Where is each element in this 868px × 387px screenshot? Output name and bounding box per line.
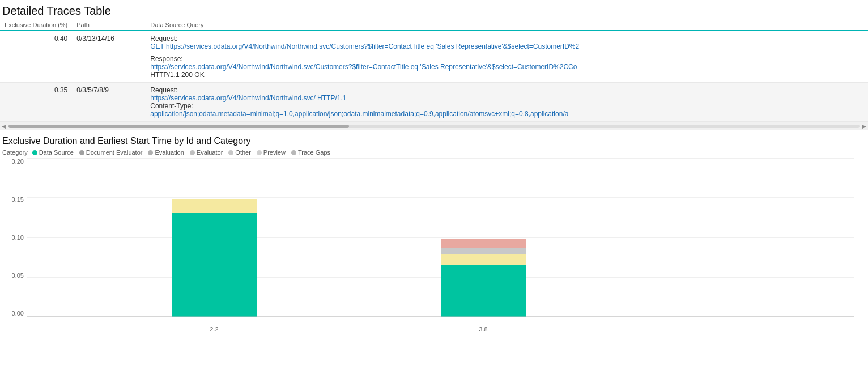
- col-duration: Exclusive Duration (%): [0, 20, 72, 31]
- table-scrollbar[interactable]: ◀ ▶: [0, 122, 868, 130]
- cell-path-2: 0/3/5/7/8/9: [72, 83, 146, 122]
- request-url-2: https://services.odata.org/V4/Northwind/…: [150, 94, 346, 102]
- response-url-1: https://services.odata.org/V4/Northwind/…: [150, 63, 577, 71]
- page-container: Detailed Traces Table Exclusive Duration…: [0, 0, 868, 334]
- bar-other-1: [172, 199, 257, 213]
- request-label-1: Request:: [150, 35, 177, 42]
- col-path: Path: [72, 20, 146, 31]
- x-label-2: 3.8: [441, 326, 526, 333]
- response-status-1: HTTP/1.1 200 OK: [150, 71, 204, 79]
- table-title: Detailed Traces Table: [0, 0, 868, 20]
- x-label-1: 2.2: [172, 326, 257, 333]
- cell-duration-2: 0.35: [0, 83, 72, 122]
- y-label-0: 0.00: [12, 310, 24, 317]
- response-label-1: Response:: [150, 55, 182, 63]
- legend-dot-docevaluator: [79, 150, 84, 155]
- chart-section: Exclusive Duration and Earliest Start Ti…: [0, 130, 868, 334]
- legend-item-tracegaps: Trace Gaps: [291, 149, 330, 156]
- table-row: 0.40 0/3/13/14/16 Request: GET https://s…: [0, 31, 868, 83]
- legend-text-tracegaps: Trace Gaps: [298, 149, 330, 156]
- col-query: Data Source Query: [146, 20, 868, 31]
- legend-text-docevaluator: Document Evaluator: [86, 149, 143, 156]
- x-axis-labels: 2.2 3.8: [27, 320, 854, 334]
- legend-dot-other: [228, 150, 233, 155]
- chart-svg: [27, 158, 854, 317]
- legend-dot-datasource: [32, 150, 37, 155]
- scroll-track[interactable]: [8, 125, 860, 128]
- legend-dot-preview: [257, 150, 262, 155]
- table-header-row: Exclusive Duration (%) Path Data Source …: [0, 20, 868, 31]
- request-label-2: Request:: [150, 86, 177, 94]
- chart-title: Exclusive Duration and Earliest Start Ti…: [2, 133, 866, 147]
- chart-plot-area: 0.00 0.05 0.10 0.15 0.20: [27, 158, 854, 334]
- content-type-value-2: application/json;odata.metadata=minimal;…: [150, 110, 568, 118]
- y-axis: 0.00 0.05 0.10 0.15 0.20: [2, 158, 24, 317]
- legend-text-datasource: Data Source: [39, 149, 74, 156]
- legend-item-docevaluator: Document Evaluator: [79, 149, 143, 156]
- traces-table-wrapper: Exclusive Duration (%) Path Data Source …: [0, 20, 868, 122]
- legend-dot-evaluator: [190, 150, 195, 155]
- legend-label: Category: [2, 149, 28, 156]
- legend-text-evaluation: Evaluation: [155, 149, 184, 156]
- cell-query-1: Request: GET https://services.odata.org/…: [146, 31, 868, 83]
- y-label-1: 0.05: [12, 272, 24, 279]
- legend-text-other: Other: [235, 149, 251, 156]
- content-type-label-2: Content-Type:: [150, 102, 193, 110]
- request-url-1: GET https://services.odata.org/V4/Northw…: [150, 42, 579, 50]
- bar-tracegaps-2: [441, 248, 526, 254]
- legend-text-evaluator: Evaluator: [197, 149, 223, 156]
- cell-path-1: 0/3/13/14/16: [72, 31, 146, 83]
- legend-text-preview: Preview: [263, 149, 286, 156]
- chart-legend: Category Data Source Document Evaluator …: [2, 147, 866, 158]
- bar-preview-2: [441, 254, 526, 265]
- scroll-thumb[interactable]: [8, 125, 349, 128]
- y-label-3: 0.15: [12, 196, 24, 203]
- legend-dot-tracegaps: [291, 150, 296, 155]
- y-label-4: 0.20: [12, 158, 24, 165]
- bar-datasource-2: [441, 265, 526, 317]
- legend-item-evaluation: Evaluation: [148, 149, 184, 156]
- legend-item-other: Other: [228, 149, 251, 156]
- table-row: 0.35 0/3/5/7/8/9 Request: https://servic…: [0, 83, 868, 122]
- cell-duration-1: 0.40: [0, 31, 72, 83]
- legend-item-datasource: Data Source: [32, 149, 74, 156]
- scroll-left-arrow[interactable]: ◀: [0, 122, 7, 130]
- legend-item-preview: Preview: [257, 149, 286, 156]
- scroll-right-arrow[interactable]: ▶: [861, 122, 868, 130]
- y-label-2: 0.10: [12, 234, 24, 241]
- legend-item-evaluator: Evaluator: [190, 149, 223, 156]
- bar-datasource-1: [172, 213, 257, 317]
- bar-other-2: [441, 239, 526, 248]
- cell-query-2: Request: https://services.odata.org/V4/N…: [146, 83, 868, 122]
- legend-dot-evaluation: [148, 150, 153, 155]
- traces-table: Exclusive Duration (%) Path Data Source …: [0, 20, 868, 122]
